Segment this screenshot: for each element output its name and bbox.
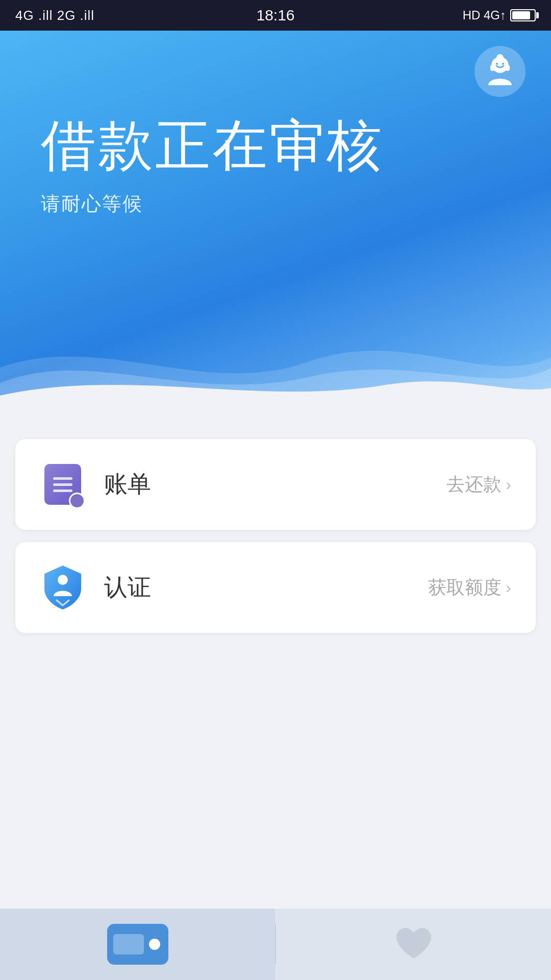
battery-fill <box>512 11 530 19</box>
bill-card-left: 账单 <box>40 461 151 507</box>
auth-shield-icon <box>42 565 83 610</box>
bill-chevron-icon: › <box>506 475 511 494</box>
hero-subtitle: 请耐心等候 <box>41 191 143 217</box>
wallet-icon <box>107 924 168 965</box>
bill-action-label: 去还款 <box>446 472 502 497</box>
status-bar: 4G .ill 2G .ill 18:16 HD 4G↑ <box>0 0 551 31</box>
heart-icon <box>391 924 437 965</box>
bill-icon <box>44 464 81 505</box>
hero-section: 借款正在审核 请耐心等候 <box>0 31 551 419</box>
auth-icon-container <box>40 565 86 610</box>
svg-rect-5 <box>506 65 510 71</box>
auth-label: 认证 <box>104 572 151 603</box>
bill-icon-lines <box>53 477 72 492</box>
bill-line-2 <box>53 483 72 486</box>
tab-welfare[interactable] <box>276 909 551 980</box>
time-text: 18:16 <box>256 7 294 24</box>
bill-label: 账单 <box>104 469 151 500</box>
network-text: HD 4G↑ <box>463 8 506 22</box>
support-avatar-button[interactable] <box>474 46 525 97</box>
auth-action-label: 获取额度 <box>428 575 502 600</box>
bill-line-3 <box>53 489 72 492</box>
bill-action[interactable]: 去还款 › <box>446 472 511 497</box>
svg-point-6 <box>58 575 68 585</box>
content-area: 账单 去还款 › <box>0 419 551 653</box>
hero-wave <box>0 316 551 419</box>
bill-line-1 <box>53 477 72 480</box>
svg-point-2 <box>496 63 498 65</box>
auth-chevron-icon: › <box>506 578 511 597</box>
bill-pen-icon <box>69 493 85 509</box>
bill-icon-container <box>40 461 86 507</box>
status-right: HD 4G↑ <box>463 8 536 22</box>
auth-card[interactable]: 认证 获取额度 › <box>15 542 536 633</box>
svg-rect-4 <box>490 65 494 71</box>
svg-point-1 <box>496 54 504 61</box>
hero-title: 借款正在审核 <box>41 112 384 179</box>
auth-action[interactable]: 获取额度 › <box>428 575 511 600</box>
battery-icon <box>510 9 536 21</box>
tab-loan[interactable] <box>0 909 275 980</box>
svg-point-3 <box>502 63 504 65</box>
auth-card-left: 认证 <box>40 565 151 610</box>
tab-bar <box>0 909 551 980</box>
heart-svg <box>393 926 434 963</box>
signal-text: 4G .ill 2G .ill <box>15 8 94 23</box>
bill-card[interactable]: 账单 去还款 › <box>15 439 536 530</box>
support-icon <box>482 54 518 89</box>
